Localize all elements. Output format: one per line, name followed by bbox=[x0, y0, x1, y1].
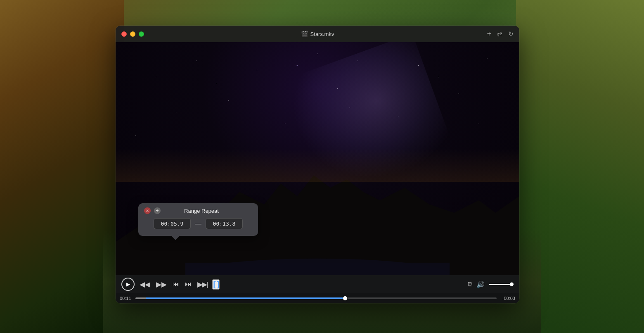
frame-forward-button[interactable]: ⏭ bbox=[184, 281, 192, 288]
maximize-button[interactable] bbox=[139, 31, 144, 37]
play-button[interactable]: ▶ bbox=[121, 278, 135, 291]
skip-to-start-button[interactable]: ⏮ bbox=[172, 281, 180, 288]
fast-forward-button[interactable]: ▶▶| bbox=[197, 280, 208, 289]
svg-rect-2 bbox=[185, 263, 450, 275]
file-icon: 🎬 bbox=[301, 31, 308, 37]
current-time: 00:11 bbox=[120, 296, 131, 301]
repeat-button[interactable]: ↻ bbox=[508, 30, 514, 38]
video-area[interactable]: ✕ + Range Repeat 00:05.9 — 00:13.8 bbox=[116, 42, 519, 275]
step-back-button[interactable]: ◀◀ bbox=[139, 280, 151, 289]
volume-thumb bbox=[510, 283, 514, 286]
progress-track[interactable] bbox=[135, 297, 497, 299]
title-bar-center: 🎬 Stars.mkv bbox=[301, 31, 334, 37]
popup-time-row: 00:05.9 — 00:13.8 bbox=[144, 218, 252, 229]
range-start-time[interactable]: 00:05.9 bbox=[154, 218, 191, 229]
volume-slider[interactable] bbox=[489, 284, 514, 285]
horizon-glow bbox=[116, 149, 519, 182]
pip-button[interactable]: ⧉ bbox=[468, 281, 472, 288]
progress-area: 00:11 -00:03 bbox=[116, 293, 519, 303]
traffic-lights bbox=[121, 31, 144, 37]
popup-title: Range Repeat bbox=[164, 208, 239, 214]
controls-bar: ▶ ◀◀ ▶▶ ⏮ ⏭ ▶▶| [ ] ⧉ 🔊 bbox=[116, 275, 519, 293]
add-to-playlist-button[interactable]: + bbox=[487, 30, 491, 38]
right-controls: ⧉ 🔊 bbox=[468, 281, 514, 288]
range-end-time[interactable]: 00:13.8 bbox=[206, 218, 243, 229]
popup-add-button[interactable]: + bbox=[154, 207, 161, 214]
remaining-time: -00:03 bbox=[501, 296, 515, 301]
progress-thumb[interactable] bbox=[343, 296, 347, 300]
range-repeat-popup: ✕ + Range Repeat 00:05.9 — 00:13.8 bbox=[138, 203, 258, 236]
volume-icon: 🔊 bbox=[476, 281, 485, 288]
shuffle-button[interactable]: ⇄ bbox=[497, 30, 502, 38]
window-title: Stars.mkv bbox=[310, 31, 334, 37]
range-highlight bbox=[146, 297, 345, 299]
volume-fill bbox=[489, 284, 510, 285]
range-repeat-button[interactable]: [ ] bbox=[212, 279, 220, 290]
step-forward-button[interactable]: ▶▶ bbox=[155, 280, 168, 289]
play-icon: ▶ bbox=[126, 281, 130, 287]
time-separator: — bbox=[195, 220, 201, 228]
popup-close-button[interactable]: ✕ bbox=[144, 207, 151, 214]
title-bar: 🎬 Stars.mkv + ⇄ ↻ bbox=[116, 26, 519, 42]
title-bar-actions: + ⇄ ↻ bbox=[487, 30, 514, 38]
progress-played bbox=[135, 297, 146, 299]
popup-header: ✕ + Range Repeat bbox=[144, 207, 252, 214]
player-window: 🎬 Stars.mkv + ⇄ ↻ ✕ + Range Repeat bbox=[116, 26, 519, 303]
minimize-button[interactable] bbox=[130, 31, 135, 37]
close-button[interactable] bbox=[121, 31, 127, 37]
